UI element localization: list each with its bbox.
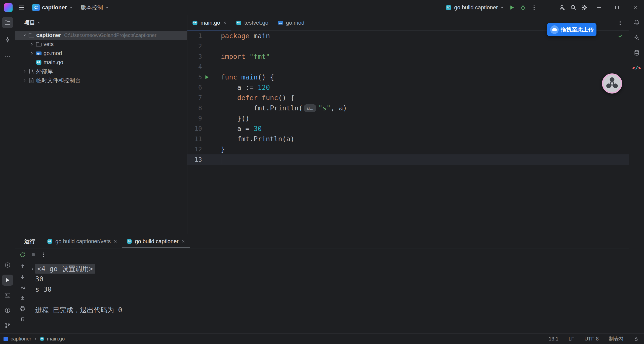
- extension-spinner-widget[interactable]: [602, 73, 622, 94]
- ai-assistant-button[interactable]: [631, 32, 642, 43]
- debug-button[interactable]: [518, 2, 528, 13]
- code-line[interactable]: 8 fmt.Println(a…"s", a): [187, 103, 629, 113]
- rerun-button[interactable]: [18, 250, 27, 259]
- up-stacktrace-button[interactable]: [18, 263, 27, 270]
- database-tool-button[interactable]: [631, 47, 642, 58]
- scroll-to-end-button[interactable]: [18, 294, 27, 302]
- caret-position[interactable]: 13:1: [549, 336, 558, 342]
- editor-content[interactable]: 1package main23import "fmt"45func main()…: [187, 31, 629, 234]
- code-line[interactable]: 5func main() {: [187, 72, 629, 82]
- gofile-icon: [35, 59, 42, 66]
- upload-drop-button[interactable]: 拖拽至此上传: [547, 23, 596, 36]
- trash-icon: [20, 316, 26, 322]
- close-tab-icon[interactable]: [181, 239, 185, 243]
- project-tool-button[interactable]: [2, 17, 13, 28]
- editor-tab[interactable]: testvet.go: [231, 15, 273, 30]
- git-branch-icon: [4, 322, 11, 329]
- project-panel-header[interactable]: 项目: [15, 15, 187, 31]
- tree-item[interactable]: vets: [15, 40, 187, 49]
- code-line[interactable]: 3import "fmt": [187, 51, 629, 62]
- left-stripe-bottom: [2, 260, 13, 331]
- code-text: func main() {: [218, 73, 274, 81]
- fold-expand-icon[interactable]: [31, 267, 35, 271]
- code-line[interactable]: 11 fmt.Println(a): [187, 134, 629, 144]
- search-everywhere-button[interactable]: [568, 2, 579, 13]
- more-tools-button[interactable]: [2, 51, 13, 62]
- run-tab[interactable]: go build captioner: [122, 234, 190, 248]
- tree-item[interactable]: main.go: [15, 58, 187, 67]
- lock-icon[interactable]: [634, 337, 638, 341]
- stop-button[interactable]: [29, 250, 38, 259]
- tree-item[interactable]: 外部库: [15, 67, 187, 76]
- console-fold-line[interactable]: <4 go 设置调用>: [30, 264, 629, 274]
- run-icon: [5, 277, 11, 283]
- minimize-button[interactable]: [590, 0, 608, 15]
- close-tab-icon[interactable]: [223, 21, 227, 25]
- code-line[interactable]: 7 defer func() {: [187, 93, 629, 103]
- play-icon: [509, 5, 515, 11]
- chevron-right-icon[interactable]: [21, 69, 28, 74]
- code-line[interactable]: 10 a = 30: [187, 123, 629, 134]
- tab-options-button[interactable]: [615, 18, 625, 28]
- endpoints-icon: </>: [632, 65, 641, 71]
- code-text: a := 120: [218, 83, 270, 91]
- code-line[interactable]: 9 }(): [187, 113, 629, 123]
- inspection-ok-icon[interactable]: [617, 33, 623, 39]
- right-tool-stripe: </>: [629, 15, 644, 333]
- code-with-me-button[interactable]: [557, 2, 568, 13]
- file-encoding[interactable]: UTF-8: [584, 336, 599, 342]
- code-line[interactable]: 2: [187, 41, 629, 51]
- line-number: 7: [187, 94, 202, 101]
- clear-console-button[interactable]: [18, 315, 27, 323]
- run-button[interactable]: [507, 2, 517, 13]
- console: <4 go 设置调用>30s 30 进程 已完成，退出代码为 0: [15, 261, 629, 333]
- problems-tool-button[interactable]: [2, 305, 13, 316]
- close-tab-icon[interactable]: [113, 239, 117, 243]
- maximize-icon: [614, 5, 620, 11]
- run-options-button[interactable]: [39, 250, 48, 259]
- breadcrumb-project[interactable]: captioner: [11, 336, 31, 342]
- run-config-widget[interactable]: go build captioner: [443, 3, 506, 12]
- chevron-right-icon[interactable]: [28, 51, 35, 56]
- chevron-right-icon[interactable]: [21, 78, 28, 83]
- editor-tabs: main.gotestvet.gogogo.mod: [187, 15, 309, 30]
- terminal-tool-button[interactable]: [2, 290, 13, 301]
- console-output[interactable]: <4 go 设置调用>30s 30 进程 已完成，退出代码为 0: [30, 261, 629, 333]
- editor-tab[interactable]: gogo.mod: [273, 15, 309, 30]
- breadcrumb-file[interactable]: main.go: [47, 336, 65, 342]
- kebab-icon: [531, 5, 537, 10]
- chevron-right-icon[interactable]: [28, 42, 35, 47]
- code-line[interactable]: 6 a := 120: [187, 82, 629, 93]
- run-tool-button[interactable]: [2, 275, 13, 286]
- vcs-widget[interactable]: 版本控制: [79, 2, 111, 13]
- notifications-button[interactable]: [631, 17, 642, 28]
- down-stacktrace-button[interactable]: [18, 273, 27, 281]
- editor-tab[interactable]: main.go: [187, 15, 231, 30]
- code-line[interactable]: 12}: [187, 144, 629, 154]
- run-line-icon[interactable]: [202, 74, 218, 80]
- project-widget[interactable]: C captioner: [30, 2, 75, 13]
- git-tool-button[interactable]: [2, 320, 13, 331]
- run-tab[interactable]: go build captioner/vets: [42, 234, 122, 248]
- tree-item[interactable]: captionerC:\Users\meow\GolandProjects\ca…: [15, 31, 187, 40]
- line-separator[interactable]: LF: [569, 336, 574, 342]
- tree-item[interactable]: 临时文件和控制台: [15, 76, 187, 85]
- main-menu-button[interactable]: [16, 2, 27, 13]
- tree-item[interactable]: gogo.mod: [15, 49, 187, 58]
- settings-button[interactable]: [579, 2, 590, 13]
- maximize-button[interactable]: [608, 0, 626, 15]
- indent-style[interactable]: 制表符: [609, 335, 624, 342]
- endpoints-tool-button[interactable]: </>: [631, 62, 642, 73]
- services-tool-button[interactable]: [2, 260, 13, 271]
- inlay-hint: a…: [304, 104, 316, 112]
- print-button[interactable]: [18, 305, 27, 312]
- commit-tool-button[interactable]: [2, 34, 13, 45]
- code-line[interactable]: 13: [187, 154, 629, 165]
- close-button[interactable]: [626, 0, 644, 15]
- chevron-down-icon[interactable]: [21, 33, 28, 37]
- status-bar: captioner main.go 13:1 LF UTF-8 制表符: [0, 333, 644, 344]
- folder-icon: [35, 41, 42, 48]
- more-actions-button[interactable]: [529, 2, 539, 13]
- code-line[interactable]: 4: [187, 62, 629, 72]
- soft-wrap-button[interactable]: [18, 284, 27, 291]
